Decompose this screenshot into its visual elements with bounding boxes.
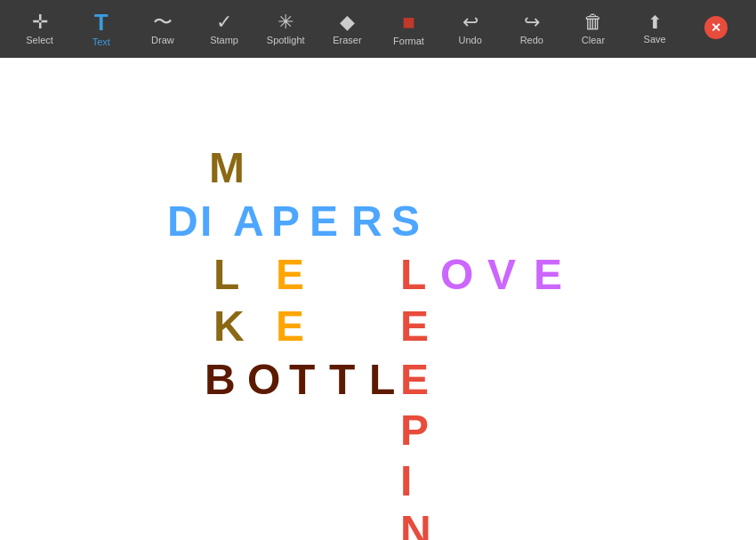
tool-eraser[interactable]: ◆ Eraser [320,3,374,56]
canvas-letter: R [351,200,382,243]
format-label: Format [393,36,424,46]
redo-label: Redo [520,35,543,45]
canvas-letter: E [400,305,429,348]
clear-label: Clear [582,35,605,45]
tool-draw[interactable]: 〜 Draw [136,3,189,56]
canvas-letter: M [209,147,245,189]
tool-stamp[interactable]: ✓ Stamp [197,3,251,56]
stamp-label: Stamp [210,35,238,45]
canvas-letter: N [400,510,431,540]
canvas-letter: P [271,200,300,243]
tool-text[interactable]: T Text [75,3,128,56]
clear-icon: 🗑 [583,12,603,32]
stamp-icon: ✓ [216,12,232,32]
toolbar: ✛ Select T Text 〜 Draw ✓ Stamp ✳ Spotlig… [0,0,756,58]
tool-save[interactable]: ⬆ Save [628,3,681,56]
canvas-letter: E [276,305,304,348]
canvas: MDIAPERSLELOVEKEEBOTTLEPING [0,58,756,540]
redo-icon: ↪ [524,12,540,32]
canvas-letter: E [276,254,304,296]
draw-icon: 〜 [153,12,173,32]
tool-spotlight[interactable]: ✳ Spotlight [259,3,312,56]
format-icon: ■ [402,12,415,33]
select-label: Select [26,35,53,45]
canvas-letter: K [213,305,245,348]
select-icon: ✛ [32,12,48,32]
canvas-letter: L [213,254,239,296]
eraser-label: Eraser [333,35,361,45]
save-label: Save [644,34,666,44]
eraser-icon: ◆ [340,12,355,32]
tool-select[interactable]: ✛ Select [13,3,67,56]
text-label: Text [92,36,110,47]
canvas-letter: L [369,359,395,401]
canvas-letter: T [329,359,355,401]
save-icon: ⬆ [647,13,663,31]
canvas-letter: I [200,200,212,243]
text-icon: T [94,11,109,34]
canvas-letter: D [167,200,198,243]
tool-redo[interactable]: ↪ Redo [505,3,559,56]
tool-format[interactable]: ■ Format [382,3,436,56]
canvas-letter: B [205,359,236,401]
canvas-letter: O [247,359,280,401]
canvas-letter: V [487,254,516,296]
tool-close[interactable]: ✕ [689,3,743,56]
undo-icon: ↩ [462,12,479,32]
canvas-letter: T [289,359,315,401]
spotlight-icon: ✳ [277,12,294,32]
canvas-letter: O [440,254,473,296]
close-icon: ✕ [704,16,728,39]
canvas-letter: A [233,200,264,243]
undo-label: Undo [459,35,482,45]
canvas-letter: E [310,200,338,243]
canvas-letter: S [391,200,420,243]
canvas-letter: E [400,359,429,401]
tool-clear[interactable]: 🗑 Clear [567,3,620,56]
spotlight-label: Spotlight [267,35,305,45]
canvas-letter: E [534,254,562,296]
canvas-letter: P [400,409,429,452]
draw-label: Draw [151,35,174,45]
canvas-letter: L [400,254,426,296]
canvas-letter: I [400,460,412,503]
tool-undo[interactable]: ↩ Undo [444,3,497,56]
